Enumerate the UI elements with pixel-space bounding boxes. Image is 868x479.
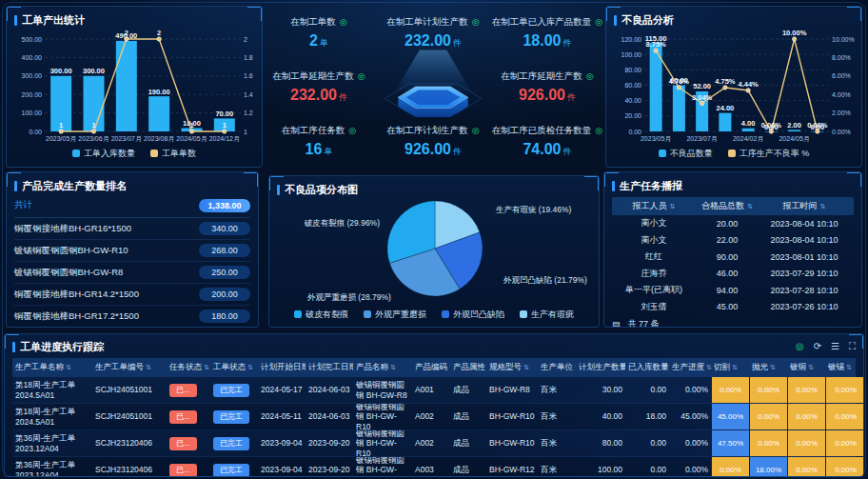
ranking-row[interactable]: 镀锡铜覆钢圆钢BH-GW-R10 268.00	[14, 240, 250, 262]
broadcast-row[interactable]: 蔺小文 20.00 2023-08-04 10:10	[612, 215, 854, 232]
info-icon[interactable]: ◎	[472, 18, 480, 27]
tracking-column-header[interactable]: 产品编码⇅	[412, 362, 450, 373]
info-icon[interactable]: ◎	[348, 127, 356, 135]
tracking-column-header[interactable]: 已入库数量⇅	[625, 362, 669, 373]
report-time: 2023-07-26 10:10	[759, 302, 850, 311]
product-name: 镀锡铜覆钢圆钢BH-GW-R10	[14, 245, 128, 257]
svg-text:0.00%: 0.00%	[832, 129, 851, 135]
ranking-row[interactable]: 铜覆钢接地棒BH-GR16*1500 340.00	[14, 218, 250, 240]
tracking-column-header[interactable]: 生产进度⇅	[669, 362, 711, 373]
table-cell: BH-GW-R10	[486, 404, 538, 429]
ranking-row[interactable]: 镀锡铜覆钢圆钢BH-GW-R8 250.00	[14, 262, 250, 284]
tracking-column-header[interactable]: 镀铜⇅	[787, 362, 825, 373]
broadcast-column-header[interactable]: 报工人员 ⇅	[612, 200, 696, 212]
fullscreen-icon[interactable]: ⛶	[849, 341, 856, 352]
tracking-column-header[interactable]: 任务状态⇅	[167, 362, 210, 373]
legend-swatch	[520, 310, 527, 318]
legend-item[interactable]: 破皮有裂痕	[294, 309, 348, 321]
sort-icon: ⇅	[390, 364, 396, 371]
table-cell: 成品	[450, 457, 486, 477]
legend-item[interactable]: 外观严重磨损	[364, 309, 426, 321]
info-icon[interactable]: ◎	[358, 72, 365, 81]
tracking-row[interactable]: 第18周-生产工单 2024.5A01SCJH24051001已...已完工20…	[12, 377, 856, 404]
column-settings-icon[interactable]: ☰	[831, 341, 839, 352]
tracking-column-header[interactable]: 规格型号⇅	[486, 362, 538, 373]
legend-item[interactable]: 工单单数	[150, 148, 196, 160]
tracking-column-header[interactable]: 生产单位⇅	[538, 362, 576, 373]
process-progress-cell: 0.00%	[787, 377, 825, 403]
tracking-row[interactable]: 第36周-生产工单 2023.12A04SCJH23120406已...已完工2…	[12, 457, 856, 477]
table-cell: 镀锡铜覆钢圆钢 BH-GW-R12	[353, 457, 412, 477]
legend-item[interactable]: 工序生产不良率 %	[728, 148, 810, 160]
refresh-icon[interactable]: ⟳	[814, 341, 821, 352]
ranking-total-row[interactable]: 共计 1,338.00	[14, 193, 250, 218]
legend-item[interactable]: 生产有瑕疵	[520, 309, 574, 321]
broadcast-row[interactable]: 蔺小文 22.00 2023-08-04 10:10	[612, 232, 854, 249]
svg-text:2023/07月: 2023/07月	[686, 135, 717, 143]
tracking-column-header[interactable]: 切割⇅	[711, 362, 749, 373]
order-status-badge: 已完工	[210, 377, 258, 403]
broadcast-column-header[interactable]: 报工时间 ⇅	[759, 200, 850, 212]
kpi-grid: 在制工单数◎ 2单 在制工单计划生产数◎ 232.00件 在制工单已入库产品数量…	[266, 6, 600, 168]
ranking-row[interactable]: 铜覆钢接地棒BH-GR14.2*1500 200.00	[14, 284, 250, 306]
svg-text:4.00%: 4.00%	[832, 91, 851, 98]
title-marker	[12, 342, 15, 352]
tracking-column-header[interactable]: 计划完工日期⇅	[306, 362, 353, 373]
panel-tracking: 工单进度执行跟踪 ◎ ⟳ ☰ ⛶ 生产工单名称⇅生产工单编号⇅任务状态⇅工单状态…	[4, 333, 864, 477]
pager-icon[interactable]: ▤	[612, 320, 621, 329]
tracking-column-header[interactable]: 计划生产数量⇅	[576, 362, 625, 373]
table-cell: 2024-05-17	[258, 377, 306, 403]
info-icon[interactable]: ◎	[472, 127, 480, 135]
task-status-badge: 已...	[167, 457, 210, 477]
broadcast-row[interactable]: 红红 90.00 2023-08-01 10:10	[612, 249, 854, 266]
info-icon[interactable]: ◎	[586, 72, 594, 81]
info-icon[interactable]: ◎	[595, 18, 602, 27]
broadcast-row[interactable]: 刘玉倩 45.00 2023-07-26 10:10	[612, 299, 854, 316]
sort-icon: ⇅	[747, 203, 753, 210]
table-cell: SCJH23120406	[92, 430, 167, 456]
table-cell: 第18周-生产工单 2024.5A01	[12, 404, 92, 429]
broadcast-row[interactable]: 单一平(已离职) 94.00 2023-07-28 10:10	[612, 282, 854, 299]
process-progress-cell: 0.00%	[787, 457, 825, 477]
panel-title-broadcast: 生产任务播报	[612, 178, 854, 193]
svg-text:2024/05月: 2024/05月	[176, 135, 207, 143]
quantity-pill: 180.00	[199, 309, 250, 323]
table-cell: 镀锡铜覆钢圆钢 BH-GW-R8	[353, 377, 412, 403]
qualified-qty: 22.00	[696, 235, 759, 245]
pie-label: 破皮有裂痕 (29.96%)	[305, 218, 380, 230]
sort-icon: ⇅	[732, 364, 738, 371]
status-icon[interactable]: ◎	[796, 341, 804, 352]
tracking-column-header[interactable]: 产品名称⇅	[353, 362, 412, 373]
svg-text:300.00: 300.00	[22, 72, 43, 79]
tracking-column-header[interactable]: 抛光⇅	[749, 362, 787, 373]
task-status-badge: 已...	[167, 404, 210, 429]
ranking-row[interactable]: 铜覆钢接地棒BH-GR17.2*1500 180.00	[14, 306, 250, 328]
legend-item[interactable]: 工单入库数量	[72, 148, 135, 160]
panel-defect-pie: 不良品项分布图 破皮有裂痕 (29.96%) 生产有瑕疵 (19.46%) 外观…	[268, 175, 600, 328]
table-cell: 成品	[450, 404, 486, 429]
tracking-column-header[interactable]: 镀锡⇅	[825, 362, 864, 373]
info-icon[interactable]: ◎	[595, 127, 602, 135]
defect-analysis-chart: 0.0020.0040.0060.0080.00100.00120.000.00…	[614, 28, 856, 143]
svg-text:4.76%: 4.76%	[669, 77, 690, 86]
tracking-column-header[interactable]: 产品属性⇅	[450, 362, 486, 373]
pie-label: 外观凹凸缺陷 (21.79%)	[503, 275, 587, 287]
tracking-column-header[interactable]: 生产工单编号⇅	[92, 362, 167, 373]
legend-item[interactable]: 不良品数量	[659, 148, 713, 160]
info-icon[interactable]: ◎	[340, 18, 347, 27]
quantity-pill: 268.00	[199, 244, 250, 257]
svg-text:1.6: 1.6	[244, 72, 253, 79]
tracking-column-header[interactable]: 工单状态⇅	[210, 362, 258, 373]
tracking-column-header[interactable]: 生产工单名称⇅	[12, 362, 92, 373]
tracking-row[interactable]: 第18周-生产工单 2024.5A01SCJH24051001已...已完工20…	[12, 404, 856, 430]
legend-item[interactable]: 外观凹凸缺陷	[442, 309, 504, 321]
table-cell: SCJH24051001	[92, 377, 167, 403]
tracking-row[interactable]: 第36周-生产工单 2023.12A04SCJH23120406已...已完工2…	[12, 430, 856, 457]
broadcast-column-header[interactable]: 合格品总数 ⇅	[696, 200, 759, 212]
table-cell: 0.00	[625, 457, 669, 477]
tracking-column-header[interactable]: 计划开始日期⇅	[258, 362, 306, 373]
svg-text:1.2: 1.2	[244, 110, 253, 116]
broadcast-row[interactable]: 庄海乔 46.00 2023-07-29 10:10	[612, 266, 854, 283]
svg-text:100.00: 100.00	[621, 51, 642, 58]
process-progress-cell: 47.50%	[711, 430, 749, 456]
